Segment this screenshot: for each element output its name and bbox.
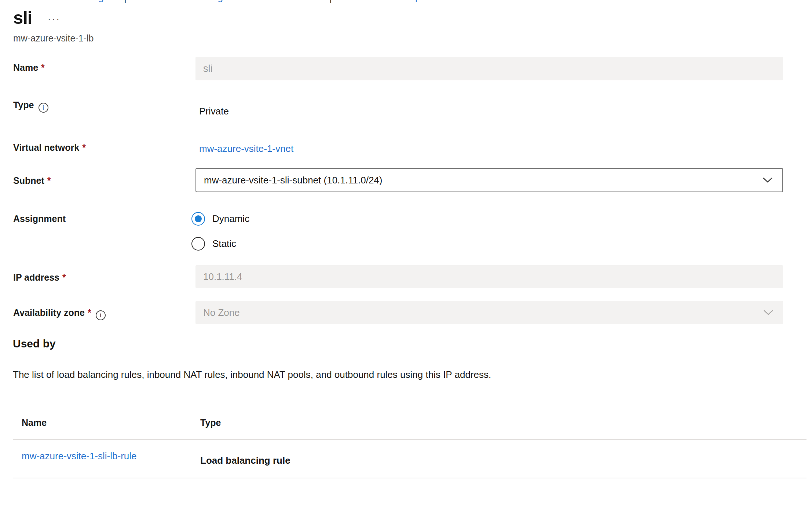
ip-address-input: 10.1.11.4	[195, 265, 783, 288]
availability-zone-dropdown: No Zone	[195, 301, 783, 324]
ip-address-label: IP address*	[13, 272, 66, 283]
radio-icon	[191, 237, 205, 251]
table-header-name: Name	[22, 417, 47, 428]
breadcrumb-link-fragment[interactable]: g	[217, 0, 223, 3]
used-by-heading: Used by	[13, 338, 56, 350]
table-header-divider	[13, 439, 806, 440]
required-asterisk: *	[88, 307, 91, 318]
virtual-network-label: Virtual network*	[13, 142, 86, 153]
chevron-down-icon	[763, 310, 773, 315]
virtual-network-link[interactable]: mw-azure-vsite-1-vnet	[199, 143, 293, 154]
name-input-placeholder: sli	[203, 63, 213, 74]
more-actions-button[interactable]: ···	[48, 13, 61, 25]
subnet-dropdown-value: mw-azure-vsite-1-sli-subnet (10.1.11.0/2…	[204, 175, 382, 186]
type-value: Private	[199, 106, 229, 117]
subnet-label: Subnet*	[13, 175, 51, 186]
breadcrumb: g | g | p	[0, 0, 812, 3]
ellipsis-icon: ···	[48, 13, 61, 24]
name-label-text: Name	[13, 62, 38, 73]
ip-address-label-text: IP address	[13, 272, 59, 282]
availability-zone-value: No Zone	[203, 307, 240, 318]
info-icon[interactable]: i	[96, 310, 106, 320]
assignment-radio-dynamic[interactable]: Dynamic	[191, 212, 249, 226]
virtual-network-label-text: Virtual network	[13, 142, 79, 153]
assignment-label: Assignment	[13, 214, 66, 224]
ip-address-value: 10.1.11.4	[203, 271, 242, 282]
name-input: sli	[195, 57, 783, 80]
breadcrumb-separator: |	[124, 0, 127, 3]
breadcrumb-link-fragment[interactable]: p	[415, 0, 421, 3]
table-row-divider	[13, 478, 806, 478]
chevron-down-icon	[762, 177, 773, 183]
availability-zone-label-text: Availability zone	[13, 307, 85, 318]
page-title: sli	[13, 7, 32, 28]
type-label: Typei	[13, 100, 48, 113]
required-asterisk: *	[41, 62, 45, 73]
required-asterisk: *	[82, 142, 86, 153]
required-asterisk: *	[62, 272, 66, 282]
assignment-label-text: Assignment	[13, 214, 66, 224]
name-label: Name*	[13, 62, 45, 73]
subnet-dropdown[interactable]: mw-azure-vsite-1-sli-subnet (10.1.11.0/2…	[195, 168, 783, 192]
table-header-type: Type	[200, 417, 221, 428]
table-row-name-link[interactable]: mw-azure-vsite-1-sli-lb-rule	[22, 451, 137, 462]
subnet-label-text: Subnet	[13, 175, 44, 186]
radio-icon	[191, 212, 205, 226]
used-by-description: The list of load balancing rules, inboun…	[13, 369, 491, 380]
radio-label: Static	[212, 238, 236, 249]
required-asterisk: *	[47, 175, 51, 186]
type-label-text: Type	[13, 100, 34, 110]
breadcrumb-separator: |	[329, 0, 332, 3]
availability-zone-label: Availability zone*i	[13, 307, 106, 320]
table-row-type-cell: Load balancing rule	[200, 455, 290, 466]
info-icon[interactable]: i	[39, 103, 48, 113]
breadcrumb-link-fragment[interactable]: g	[98, 0, 104, 3]
frontend-ip-config-page: g | g | p sli ··· mw-azure-vsite-1-lb Na…	[0, 0, 812, 507]
page-subtitle: mw-azure-vsite-1-lb	[13, 33, 94, 44]
assignment-radio-static[interactable]: Static	[191, 237, 236, 251]
radio-label: Dynamic	[212, 213, 249, 225]
